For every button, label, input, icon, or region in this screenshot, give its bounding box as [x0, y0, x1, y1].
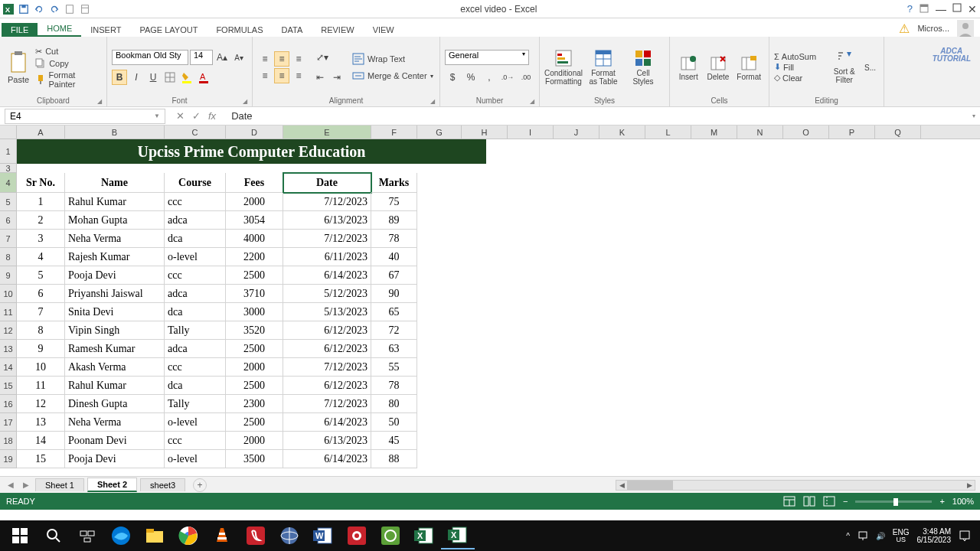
row-header-9[interactable]: 9	[0, 266, 16, 285]
row-header-6[interactable]: 6	[0, 211, 16, 230]
align-right-icon[interactable]: ≡	[291, 68, 306, 83]
print-icon[interactable]	[80, 4, 90, 15]
volume-icon[interactable]: 🔊	[876, 532, 885, 540]
sort-filter-button[interactable]: Sort & Filter	[830, 49, 858, 86]
clipboard-launcher-icon[interactable]: ◢	[97, 98, 102, 105]
cell[interactable]: 15	[17, 450, 65, 468]
increase-font-icon[interactable]: A▴	[214, 50, 230, 65]
new-doc-icon[interactable]	[64, 4, 75, 15]
orientation-icon[interactable]: ⤢▾	[312, 50, 332, 65]
cell[interactable]: Pooja Devi	[65, 266, 165, 285]
cell[interactable]: Rahul Kumar	[65, 377, 165, 395]
cell[interactable]: 45	[371, 432, 417, 450]
wrap-text-button[interactable]: Wrap Text	[352, 53, 433, 65]
row-header-7[interactable]: 7	[0, 230, 16, 248]
view-normal-icon[interactable]	[783, 496, 795, 507]
align-bottom-icon[interactable]: ≡	[291, 51, 306, 67]
col-header-F[interactable]: F	[371, 126, 417, 139]
sheet-tab-2[interactable]: Sheet 2	[87, 478, 137, 492]
ribbon-display-icon[interactable]	[919, 3, 929, 15]
col-header-G[interactable]: G	[417, 126, 462, 139]
cell[interactable]: 2300	[226, 395, 283, 413]
zoom-level[interactable]: 100%	[952, 497, 974, 506]
cell[interactable]: Poonam Devi	[65, 432, 165, 450]
increase-decimal-icon[interactable]: .0→	[500, 70, 515, 85]
camtasia-icon[interactable]	[374, 522, 407, 549]
row-header-11[interactable]: 11	[0, 303, 16, 321]
tab-page-layout[interactable]: PAGE LAYOUT	[130, 23, 207, 37]
cell[interactable]: 3520	[226, 321, 283, 340]
help-icon[interactable]: ?	[907, 3, 913, 15]
cell[interactable]: dca	[165, 230, 226, 248]
italic-button[interactable]: I	[129, 70, 144, 85]
row-header-16[interactable]: 16	[0, 395, 16, 413]
cell[interactable]: 2	[17, 211, 65, 230]
col-header-O[interactable]: O	[783, 126, 829, 139]
cell[interactable]: o-level	[165, 450, 226, 468]
col-header-L[interactable]: L	[645, 126, 691, 139]
cell[interactable]: 6/12/2023	[283, 377, 371, 395]
cell[interactable]: 9	[17, 340, 65, 358]
merge-center-button[interactable]: Merge & Center ▾	[352, 70, 433, 82]
accounting-icon[interactable]: $	[445, 70, 460, 85]
cell[interactable]: 11	[17, 377, 65, 395]
cell[interactable]: 50	[371, 413, 417, 432]
cell[interactable]: Mohan Gupta	[65, 211, 165, 230]
cell[interactable]: 10	[17, 358, 65, 377]
increase-indent-icon[interactable]: ⇥	[329, 70, 345, 85]
zoom-slider[interactable]	[855, 500, 932, 503]
fx-icon[interactable]: fx	[208, 110, 216, 122]
cell[interactable]: Neha Verma	[65, 413, 165, 432]
col-header-Q[interactable]: Q	[875, 126, 921, 139]
cell[interactable]: Fees	[226, 173, 283, 193]
sheet-tab-1[interactable]: Sheet 1	[35, 478, 84, 491]
cell[interactable]: 55	[371, 358, 417, 377]
word-icon[interactable]: W	[306, 522, 340, 549]
cell[interactable]: Neha Verma	[65, 230, 165, 248]
banner-cell[interactable]: Upciss Prime Computer Education	[17, 139, 486, 164]
cell[interactable]: 7/12/2023	[283, 395, 371, 413]
col-header-I[interactable]: I	[508, 126, 554, 139]
cell[interactable]: Dinesh Gupta	[65, 395, 165, 413]
cell[interactable]: 2000	[226, 358, 283, 377]
enter-formula-icon[interactable]: ✓	[192, 110, 201, 122]
cell[interactable]: 80	[371, 395, 417, 413]
tab-data[interactable]: DATA	[273, 23, 312, 37]
col-header-A[interactable]: A	[17, 126, 65, 139]
row-header-8[interactable]: 8	[0, 248, 16, 266]
cell[interactable]: 6/11/2023	[283, 248, 371, 266]
close-icon[interactable]: ✕	[968, 3, 977, 15]
excel-taskbar-icon[interactable]: X	[441, 522, 475, 549]
row-header-15[interactable]: 15	[0, 377, 16, 395]
cell[interactable]: 12	[17, 395, 65, 413]
cell[interactable]: 4000	[226, 230, 283, 248]
decrease-decimal-icon[interactable]: .00	[518, 70, 534, 85]
minimize-icon[interactable]: —	[936, 3, 946, 15]
cell[interactable]: 3	[17, 230, 65, 248]
cell[interactable]: 65	[371, 303, 417, 321]
cell[interactable]: 75	[371, 193, 417, 211]
undo-icon[interactable]	[34, 4, 44, 15]
cell[interactable]: o-level	[165, 248, 226, 266]
delete-cells-button[interactable]: Delete	[704, 53, 732, 83]
font-name-select[interactable]: Bookman Old Sty	[112, 50, 188, 65]
format-painter-button[interactable]: Format Painter	[35, 70, 102, 89]
task-view-icon[interactable]	[70, 522, 104, 549]
cell[interactable]: Tally	[165, 321, 226, 340]
cell[interactable]: 5	[17, 266, 65, 285]
cell[interactable]: 5/13/2023	[283, 303, 371, 321]
cell[interactable]: 90	[371, 285, 417, 303]
col-header-H[interactable]: H	[462, 126, 508, 139]
col-header-B[interactable]: B	[65, 126, 165, 139]
notifications-icon[interactable]	[959, 530, 971, 542]
tab-formulas[interactable]: FORMULAS	[207, 23, 272, 37]
underline-button[interactable]: U	[145, 70, 161, 85]
col-header-J[interactable]: J	[554, 126, 599, 139]
network-icon[interactable]	[858, 530, 868, 541]
align-left-icon[interactable]: ≡	[257, 68, 273, 83]
cell-styles-button[interactable]: Cell Styles	[624, 47, 662, 87]
cell[interactable]: 6/13/2023	[283, 432, 371, 450]
cell[interactable]: 5/12/2023	[283, 285, 371, 303]
cell[interactable]: ccc	[165, 432, 226, 450]
cell[interactable]: 3054	[226, 211, 283, 230]
